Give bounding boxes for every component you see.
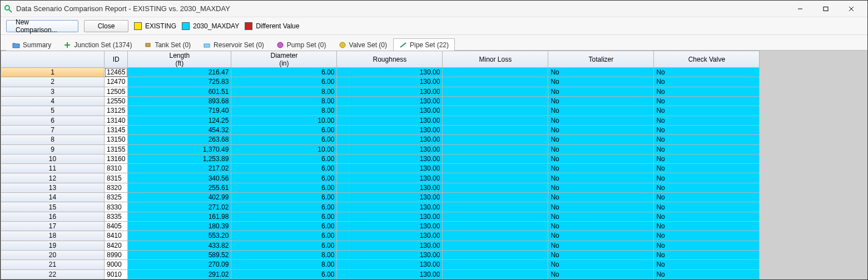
cell-id[interactable]: 8405 [105, 222, 128, 231]
cell-roughness[interactable]: 130.00 [337, 154, 443, 163]
cell-diameter[interactable]: 6.00 [231, 183, 337, 192]
cell-length[interactable]: 270.09 [128, 260, 231, 269]
header-minor-loss[interactable]: Minor Loss [443, 51, 548, 68]
table-row[interactable]: 212470725.836.00130.00NoNo [1, 77, 760, 87]
cell-diameter[interactable]: 6.00 [231, 193, 337, 202]
cell-id[interactable]: 8320 [105, 183, 128, 192]
new-comparison-button[interactable]: New Comparison... [6, 20, 78, 32]
cell-totalizer[interactable]: No [548, 96, 654, 106]
cell-diameter[interactable]: 8.00 [231, 106, 337, 116]
cell-diameter[interactable]: 10.00 [231, 144, 337, 154]
cell-check-valve[interactable]: No [654, 183, 760, 192]
cell-length[interactable]: 263.68 [128, 135, 231, 144]
cell-check-valve[interactable]: No [654, 173, 760, 183]
table-row[interactable]: 813150263.686.00130.00NoNo [1, 135, 760, 144]
cell-totalizer[interactable]: No [548, 269, 654, 279]
cell-totalizer[interactable]: No [548, 106, 654, 116]
cell-minor-loss[interactable] [443, 260, 548, 269]
cell-id[interactable]: 13150 [105, 135, 128, 144]
cell-id[interactable]: 9010 [105, 269, 128, 279]
cell-id[interactable]: 13155 [105, 144, 128, 154]
table-row[interactable]: 112465216.476.00130.00NoNo [1, 68, 760, 77]
cell-check-valve[interactable]: No [654, 116, 760, 125]
row-number[interactable]: 4 [1, 96, 105, 106]
cell-minor-loss[interactable] [443, 241, 548, 250]
cell-id[interactable]: 13160 [105, 154, 128, 163]
row-number[interactable]: 15 [1, 202, 105, 212]
cell-totalizer[interactable]: No [548, 183, 654, 192]
cell-roughness[interactable]: 130.00 [337, 269, 443, 279]
cell-minor-loss[interactable] [443, 144, 548, 154]
table-row[interactable]: 198420433.826.00130.00NoNo [1, 241, 760, 250]
cell-roughness[interactable]: 130.00 [337, 231, 443, 241]
cell-length[interactable]: 255.61 [128, 183, 231, 192]
cell-length[interactable]: 1,253.89 [128, 154, 231, 163]
cell-totalizer[interactable]: No [548, 173, 654, 183]
cell-length[interactable]: 402.99 [128, 193, 231, 202]
table-row[interactable]: 513125719.408.00130.00NoNo [1, 106, 760, 116]
cell-id[interactable]: 13125 [105, 106, 128, 116]
row-number[interactable]: 2 [1, 77, 105, 87]
row-number[interactable]: 17 [1, 222, 105, 231]
cell-totalizer[interactable]: No [548, 222, 654, 231]
cell-length[interactable]: 719.40 [128, 106, 231, 116]
cell-length[interactable]: 124.25 [128, 116, 231, 125]
minimize-button[interactable] [787, 1, 813, 17]
cell-totalizer[interactable]: No [548, 250, 654, 259]
table-row[interactable]: 188410553.206.00130.00NoNo [1, 231, 760, 241]
header-rownum[interactable] [1, 51, 105, 68]
cell-diameter[interactable]: 8.00 [231, 96, 337, 106]
cell-roughness[interactable]: 130.00 [337, 193, 443, 202]
cell-check-valve[interactable]: No [654, 269, 760, 279]
cell-check-valve[interactable]: No [654, 202, 760, 212]
tab-junction[interactable]: Junction Set (1374) [57, 38, 138, 51]
table-row[interactable]: 229010291.026.00130.00NoNo [1, 269, 760, 279]
row-number[interactable]: 14 [1, 193, 105, 202]
row-number[interactable]: 5 [1, 106, 105, 116]
cell-id[interactable]: 13145 [105, 125, 128, 134]
cell-length[interactable]: 1,370.49 [128, 144, 231, 154]
cell-diameter[interactable]: 6.00 [231, 222, 337, 231]
cell-id[interactable]: 12470 [105, 77, 128, 87]
cell-totalizer[interactable]: No [548, 164, 654, 173]
cell-roughness[interactable]: 130.00 [337, 96, 443, 106]
cell-check-valve[interactable]: No [654, 96, 760, 106]
cell-minor-loss[interactable] [443, 87, 548, 96]
cell-id[interactable]: 13140 [105, 116, 128, 125]
cell-check-valve[interactable]: No [654, 164, 760, 173]
cell-minor-loss[interactable] [443, 269, 548, 279]
table-row[interactable]: 219000270.098.00130.00NoNo [1, 260, 760, 269]
cell-check-valve[interactable]: No [654, 193, 760, 202]
cell-minor-loss[interactable] [443, 106, 548, 116]
cell-totalizer[interactable]: No [548, 116, 654, 125]
cell-length[interactable]: 725.83 [128, 77, 231, 87]
row-number[interactable]: 12 [1, 173, 105, 183]
cell-length[interactable]: 180.39 [128, 222, 231, 231]
cell-totalizer[interactable]: No [548, 212, 654, 221]
row-number[interactable]: 22 [1, 269, 105, 279]
cell-minor-loss[interactable] [443, 154, 548, 163]
row-number[interactable]: 3 [1, 87, 105, 96]
row-number[interactable]: 7 [1, 125, 105, 134]
tab-summary[interactable]: Summary [6, 38, 57, 51]
cell-id[interactable]: 12505 [105, 87, 128, 96]
cell-minor-loss[interactable] [443, 231, 548, 241]
cell-length[interactable]: 291.02 [128, 269, 231, 279]
header-id[interactable]: ID [105, 51, 128, 68]
cell-roughness[interactable]: 130.00 [337, 173, 443, 183]
header-diameter[interactable]: Diameter (in) [231, 51, 337, 68]
tab-pipe[interactable]: Pipe Set (22) [393, 38, 455, 51]
cell-totalizer[interactable]: No [548, 193, 654, 202]
cell-diameter[interactable]: 6.00 [231, 77, 337, 87]
cell-check-valve[interactable]: No [654, 231, 760, 241]
table-row[interactable]: 138320255.616.00130.00NoNo [1, 183, 760, 192]
cell-check-valve[interactable]: No [654, 68, 760, 77]
cell-totalizer[interactable]: No [548, 241, 654, 250]
cell-roughness[interactable]: 130.00 [337, 77, 443, 87]
table-row[interactable]: 208990589.528.00130.00NoNo [1, 250, 760, 259]
cell-totalizer[interactable]: No [548, 87, 654, 96]
cell-minor-loss[interactable] [443, 212, 548, 221]
cell-length[interactable]: 216.47 [128, 68, 231, 77]
cell-id[interactable]: 12465 [105, 68, 128, 77]
cell-id[interactable]: 12550 [105, 96, 128, 106]
